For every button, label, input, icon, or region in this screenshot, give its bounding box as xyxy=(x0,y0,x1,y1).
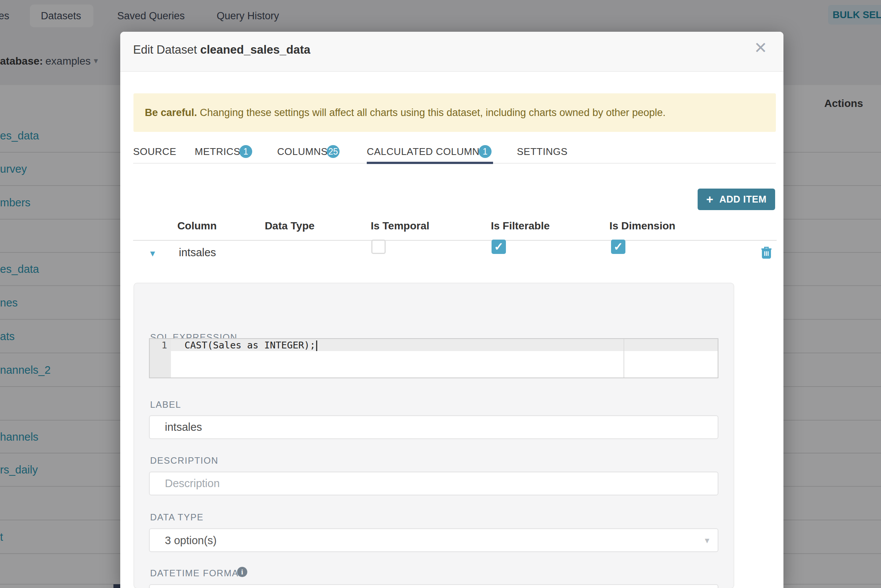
table-header-divider xyxy=(133,240,777,241)
info-icon[interactable]: i xyxy=(237,567,247,577)
tab-columns[interactable]: COLUMNS xyxy=(277,146,328,158)
tab-metrics-badge: 1 xyxy=(239,145,252,158)
plus-icon: + xyxy=(706,192,713,206)
warning-banner: Be careful. Changing these settings will… xyxy=(133,93,776,132)
delete-row-trash-icon[interactable] xyxy=(761,246,772,260)
column-header-is-filterable: Is Filterable xyxy=(491,220,550,232)
select-caret-icon: ▾ xyxy=(705,529,709,552)
column-header-data-type: Data Type xyxy=(265,220,315,232)
tab-columns-badge: 25 xyxy=(327,145,340,158)
add-item-button[interactable]: + ADD ITEM xyxy=(698,189,775,210)
datatype-select[interactable]: 3 option(s) ▾ xyxy=(149,528,718,552)
datatype-field-label: DATA TYPE xyxy=(150,512,204,523)
label-field-label: LABEL xyxy=(150,399,181,410)
active-tab-underline xyxy=(367,162,493,164)
sql-code-text: CAST(Sales as INTEGER); xyxy=(185,340,315,351)
datatype-selected-value: 3 option(s) xyxy=(165,534,217,546)
editor-line-number: 1 xyxy=(150,340,167,351)
datetime-format-input[interactable] xyxy=(149,584,718,588)
tab-source[interactable]: SOURCE xyxy=(133,146,176,158)
column-header-is-temporal: Is Temporal xyxy=(371,220,429,232)
checkbox-is-dimension[interactable]: ✓ xyxy=(611,240,625,254)
tab-calculated-columns[interactable]: CALCULATED COLUMNS xyxy=(367,146,486,158)
warning-bold: Be careful. xyxy=(145,107,197,118)
description-input[interactable] xyxy=(149,472,718,495)
tab-calculated-columns-badge: 1 xyxy=(479,145,492,158)
datetime-field-label: DATETIME FORMAT xyxy=(150,568,244,579)
sql-expression-editor[interactable]: 1 CAST(Sales as INTEGER); xyxy=(149,338,718,378)
warning-text: Be careful. Changing these settings will… xyxy=(145,107,665,119)
screen: es Datasets Saved Queries Query History … xyxy=(0,0,881,588)
modal-title-prefix: Edit Dataset xyxy=(133,43,197,56)
add-item-label: ADD ITEM xyxy=(719,194,766,205)
tab-metrics[interactable]: METRICS xyxy=(195,146,240,158)
column-header-column: Column xyxy=(177,220,217,232)
row-column-name: intsales xyxy=(179,246,216,259)
editor-print-margin xyxy=(624,339,624,378)
description-field-label: DESCRIPTION xyxy=(150,455,219,466)
warning-body: Changing these settings will affect all … xyxy=(197,107,665,118)
checkbox-is-filterable[interactable]: ✓ xyxy=(492,240,506,254)
checkbox-is-temporal[interactable] xyxy=(371,240,386,254)
sql-code: CAST(Sales as INTEGER); xyxy=(185,340,317,351)
tab-settings[interactable]: SETTINGS xyxy=(517,146,568,158)
modal-title: Edit Dataset cleaned_sales_data xyxy=(133,43,310,57)
calculated-column-detail-panel: SQL EXPRESSION 1 CAST(Sales as INTEGER);… xyxy=(133,283,734,588)
close-icon[interactable]: ✕ xyxy=(754,40,767,56)
editor-cursor xyxy=(316,340,317,351)
edit-dataset-modal: Edit Dataset cleaned_sales_data ✕ Be car… xyxy=(120,32,783,588)
column-header-is-dimension: Is Dimension xyxy=(610,220,675,232)
modal-title-dataset-name: cleaned_sales_data xyxy=(200,43,310,56)
label-input[interactable] xyxy=(149,415,718,439)
row-expander-caret-icon[interactable]: ▾ xyxy=(150,248,155,259)
